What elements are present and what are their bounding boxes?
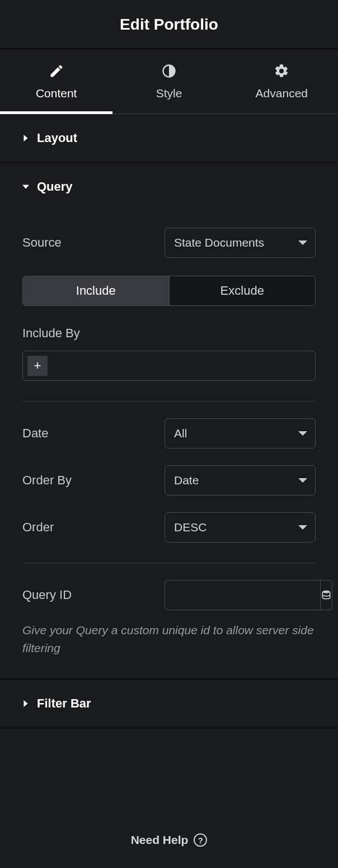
caret-down-icon [22,183,29,190]
section-query-body: Source State Documents Include Exclude I… [0,228,338,679]
database-icon [321,589,332,601]
pencil-icon [49,63,64,79]
caret-right-icon [22,135,29,141]
source-label: Source [22,235,165,250]
help-icon: ? [194,833,207,847]
row-orderby: Order By Date [22,465,316,496]
queryid-label: Query ID [22,588,165,602]
need-help-link[interactable]: Need Help ? [0,833,338,847]
caret-right-icon [22,700,29,707]
queryid-dynamic-button[interactable] [320,580,332,610]
source-select[interactable]: State Documents [165,228,316,258]
orderby-label: Order By [22,473,165,488]
include-by-label: Include By [22,326,316,341]
chevron-down-icon [298,478,307,483]
toggle-exclude[interactable]: Exclude [169,276,316,305]
orderby-select[interactable]: Date [165,465,316,496]
divider [22,563,316,563]
tab-label: Style [156,87,182,100]
plus-icon: + [34,358,41,373]
toggle-include[interactable]: Include [23,276,169,305]
divider [22,401,316,402]
tab-content[interactable]: Content [0,49,112,114]
svg-point-1 [322,591,330,593]
row-order: Order DESC [22,512,316,542]
section-title: Filter Bar [37,696,91,711]
toggle-label: Include [76,284,116,298]
section-filterbar: Filter Bar [0,679,338,728]
contrast-icon [161,63,177,79]
chevron-down-icon [298,525,307,530]
tab-label: Advanced [256,87,308,100]
section-filterbar-header[interactable]: Filter Bar [0,680,338,728]
date-label: Date [22,426,165,441]
panel-title: Edit Portfolio [120,16,218,34]
help-label: Need Help [131,833,189,847]
row-queryid: Query ID [22,580,316,610]
section-query-header[interactable]: Query [0,163,338,211]
gear-icon [274,63,289,79]
section-query: Query Source State Documents Include Exc… [0,163,338,680]
include-exclude-toggle: Include Exclude [22,276,316,306]
select-value: DESC [174,521,206,534]
date-select[interactable]: All [165,418,316,449]
chevron-down-icon [298,240,307,245]
tab-advanced[interactable]: Advanced [226,49,338,114]
order-label: Order [22,520,165,535]
select-value: All [174,427,187,440]
chevron-down-icon [298,431,307,436]
tabs: Content Style Advanced [0,49,338,114]
order-select[interactable]: DESC [165,512,316,542]
select-value: Date [174,474,199,487]
include-by-input[interactable]: + [22,351,316,381]
tab-style[interactable]: Style [112,49,225,114]
queryid-control [165,580,316,610]
select-value: State Documents [174,236,264,249]
tab-label: Content [36,87,77,100]
toggle-label: Exclude [220,284,264,298]
section-title: Layout [37,131,77,145]
add-chip-button[interactable]: + [27,356,48,376]
section-title: Query [37,180,73,194]
queryid-helper: Give your Query a custom unique id to al… [22,621,316,657]
row-source: Source State Documents [22,228,316,258]
section-layout: Layout [0,114,338,163]
panel-header: Edit Portfolio [0,0,338,49]
section-layout-header[interactable]: Layout [0,114,338,162]
queryid-input[interactable] [165,580,320,610]
row-date: Date All [22,418,316,449]
